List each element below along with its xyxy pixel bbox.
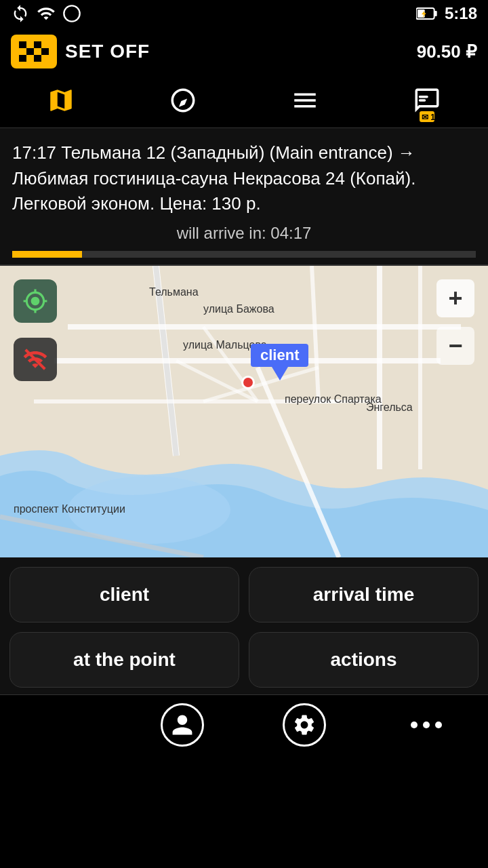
street-label-konstitutsii: проспект Конституции <box>14 503 125 515</box>
progress-bar <box>12 251 476 258</box>
person-button[interactable] <box>161 703 204 747</box>
nav-menu[interactable] <box>286 81 324 119</box>
compass-icon <box>164 81 202 119</box>
svg-rect-12 <box>419 99 426 102</box>
svg-rect-10 <box>34 55 41 62</box>
signal-button[interactable] <box>14 338 57 381</box>
sync-icon <box>11 4 30 23</box>
status-time: 5:18 <box>445 4 477 23</box>
message-badge: ✉ 1 <box>420 111 434 122</box>
arrive-section: will arrive in: 04:17 <box>12 217 476 248</box>
svg-rect-9 <box>19 55 26 62</box>
status-right: 5:18 <box>416 4 477 23</box>
zoom-minus-button[interactable]: − <box>436 327 474 365</box>
svg-rect-7 <box>26 48 34 55</box>
progress-fill <box>12 251 82 258</box>
dot3 <box>435 722 442 728</box>
svg-rect-2 <box>434 11 437 16</box>
nav-messages[interactable]: ✉ 1 <box>408 81 446 119</box>
nav-compass[interactable] <box>164 81 202 119</box>
bottom-bar <box>0 694 488 754</box>
street-label-engelsa: Энгельса <box>366 401 413 414</box>
circle-icon <box>62 4 81 23</box>
status-bar: 5:18 <box>0 0 488 27</box>
svg-rect-5 <box>19 41 26 48</box>
gear-icon <box>292 713 317 737</box>
menu-icon <box>286 81 324 119</box>
nav-bar: ✉ 1 <box>0 76 488 128</box>
svg-text:✉ 1: ✉ 1 <box>422 113 434 122</box>
header-price: 90.50 ₽ <box>417 41 477 62</box>
arrival-time-button[interactable]: arrival time <box>249 567 479 623</box>
taxi-checker-icon <box>19 41 49 62</box>
settings-button[interactable] <box>283 703 326 747</box>
svg-point-0 <box>64 5 79 21</box>
arrive-text: will arrive in: 04:17 <box>177 224 312 242</box>
street-label-telmana: Тельмана <box>149 286 199 298</box>
action-buttons: client arrival time at the point actions <box>0 557 488 694</box>
wifi-icon <box>37 4 56 23</box>
client-label: client <box>251 344 308 367</box>
dot1 <box>411 722 418 728</box>
person-icon <box>170 713 195 737</box>
more-button[interactable] <box>404 715 449 735</box>
street-label-bazhova: улица Бажова <box>203 303 274 315</box>
zoom-plus-button[interactable]: + <box>436 279 474 317</box>
taxi-logo <box>11 35 57 68</box>
map-container[interactable]: улица Бажова улица Мальцева переулок Спа… <box>0 266 488 557</box>
svg-rect-11 <box>419 96 428 98</box>
nav-map[interactable] <box>42 81 80 119</box>
client-marker: client <box>251 344 308 380</box>
order-text: 17:17 Тельмана 12 (Западный) (Main entra… <box>12 140 476 217</box>
vehicle-dot <box>241 376 255 389</box>
client-arrow <box>272 367 288 380</box>
actions-button[interactable]: actions <box>249 632 479 688</box>
signal-icon <box>22 347 48 372</box>
header-title: SET OFF <box>65 41 150 62</box>
map-icon <box>42 81 80 119</box>
svg-rect-6 <box>34 41 41 48</box>
locate-icon <box>22 288 48 314</box>
battery-icon <box>416 6 438 21</box>
client-button[interactable]: client <box>9 567 239 623</box>
svg-rect-8 <box>41 48 49 55</box>
order-info: 17:17 Тельмана 12 (Западный) (Main entra… <box>0 128 488 266</box>
at-the-point-button[interactable]: at the point <box>9 632 239 688</box>
status-icons <box>11 4 81 23</box>
dot2 <box>423 722 430 728</box>
header: SET OFF 90.50 ₽ <box>0 27 488 76</box>
locate-button[interactable] <box>14 279 57 323</box>
